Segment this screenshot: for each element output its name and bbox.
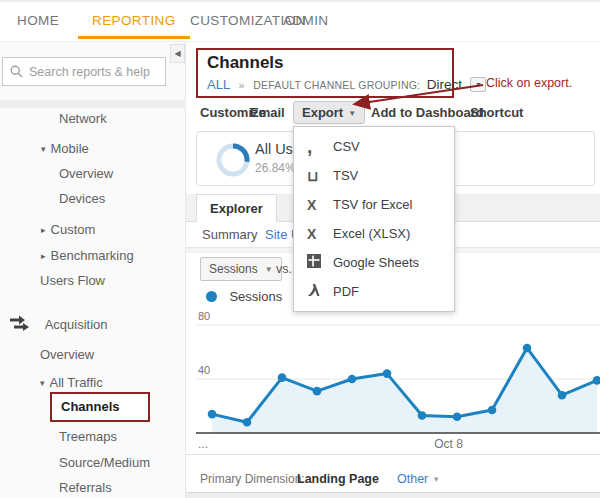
grouping-dropdown-button[interactable]: ▼ — [470, 77, 486, 92]
page-title: Channels — [207, 53, 452, 73]
chart-bottom-border — [186, 454, 600, 455]
report-toolbar: Customize Email Export▼ Add to Dashboard… — [186, 98, 600, 128]
breadcrumb-separator: » — [239, 79, 245, 91]
sidebar-item-channels[interactable]: Channels — [50, 392, 150, 422]
legend-label: Sessions — [229, 289, 282, 304]
sidebar-item-devices[interactable]: Devices — [59, 190, 105, 208]
channels-highlight-box: Channels — [50, 392, 150, 422]
sidebar-item-network[interactable]: Network — [59, 110, 107, 128]
primary-dimension-landing-page[interactable]: Landing Page — [297, 466, 379, 492]
sidebar-item-overview-acquisition[interactable]: Overview — [40, 346, 94, 364]
primary-dimension-other[interactable]: Other▼ — [397, 466, 440, 493]
chevron-down-icon: ▼ — [475, 81, 482, 88]
nav-tab-admin[interactable]: ADMIN — [283, 2, 329, 39]
pdf-icon — [307, 283, 333, 300]
svg-text:80: 80 — [198, 310, 210, 322]
chevron-down-icon: ▾ — [41, 144, 46, 154]
nav-tab-reporting[interactable]: REPORTING — [78, 2, 190, 39]
breadcrumb-all-link[interactable]: ALL — [207, 77, 230, 92]
csv-icon: , — [307, 142, 333, 152]
primary-dimension-label: Primary Dimension: — [200, 466, 305, 492]
export-menu-item-csv[interactable]: , CSV — [294, 132, 454, 161]
export-menu-item-excel-xlsx[interactable]: X Excel (XLSX) — [294, 219, 454, 248]
sidebar: Search reports & help ◀ Network ▾Mobile … — [0, 42, 186, 498]
sidebar-item-referrals[interactable]: Referrals — [59, 479, 112, 497]
excel-x-icon: X — [307, 197, 333, 213]
shortcut-button[interactable]: Shortcut — [470, 98, 523, 128]
export-button[interactable]: Export▼ — [293, 101, 365, 124]
google-sheets-icon — [307, 254, 333, 271]
bottom-divider — [186, 492, 600, 498]
sidebar-item-benchmarking[interactable]: ▸Benchmarking — [41, 247, 134, 265]
breadcrumb: ALL » DEFAULT CHANNEL GROUPING: Direct ▼ — [207, 75, 452, 93]
title-highlight-box: Channels ALL » DEFAULT CHANNEL GROUPING:… — [196, 48, 454, 98]
sidebar-item-mobile[interactable]: ▾Mobile — [41, 140, 89, 158]
segment-donut-chart — [215, 142, 251, 178]
email-button[interactable]: Email — [250, 98, 285, 128]
svg-text:...: ... — [198, 437, 208, 451]
chevron-down-icon: ▼ — [348, 109, 356, 118]
export-menu-item-tsv[interactable]: ⊔ TSV — [294, 161, 454, 190]
sessions-line-chart: 4080...Oct 8 — [196, 308, 600, 454]
breadcrumb-grouping-label: DEFAULT CHANNEL GROUPING: — [253, 79, 420, 91]
sidebar-item-custom[interactable]: ▸Custom — [41, 221, 95, 239]
sidebar-item-treemaps[interactable]: Treemaps — [59, 428, 117, 446]
tsv-icon: ⊔ — [307, 168, 333, 184]
sidebar-item-users-flow[interactable]: Users Flow — [40, 272, 105, 290]
sidebar-item-source-medium[interactable]: Source/Medium — [59, 454, 150, 472]
sidebar-item-all-traffic[interactable]: ▾All Traffic — [40, 374, 103, 392]
export-dropdown-menu: , CSV ⊔ TSV X TSV for Excel X Excel (XLS… — [293, 126, 455, 312]
sidebar-item-overview-mobile[interactable]: Overview — [59, 165, 113, 183]
top-navigation: HOME REPORTING CUSTOMIZATION ADMIN — [0, 2, 600, 42]
chevron-down-icon: ▼ — [432, 475, 440, 484]
chevron-right-icon: ▸ — [41, 251, 46, 261]
chart-legend: Sessions — [206, 288, 282, 304]
acquisition-icon — [8, 315, 32, 332]
add-to-dashboard-button[interactable]: Add to Dashboard — [371, 98, 484, 128]
export-menu-item-tsv-for-excel[interactable]: X TSV for Excel — [294, 190, 454, 219]
sidebar-item-acquisition[interactable]: Acquisition — [8, 315, 108, 333]
breadcrumb-grouping-value: Direct — [427, 77, 462, 92]
legend-dot-icon — [206, 291, 217, 302]
chevron-down-icon: ▼ — [265, 265, 273, 274]
export-menu-item-google-sheets[interactable]: Google Sheets — [294, 248, 454, 277]
svg-text:Oct 8: Oct 8 — [434, 437, 463, 451]
vs-label: vs. — [276, 262, 292, 276]
annotation-text: Click on export. — [486, 76, 572, 90]
subtab-summary[interactable]: Summary — [202, 222, 258, 247]
nav-tab-home[interactable]: HOME — [17, 2, 59, 39]
sessions-chart-area: 4080...Oct 8 — [196, 308, 600, 454]
chevron-down-icon: ▾ — [40, 378, 45, 388]
main-content: Channels ALL » DEFAULT CHANNEL GROUPING:… — [186, 42, 600, 498]
export-menu-item-pdf[interactable]: PDF — [294, 277, 454, 306]
primary-dimension-row: Primary Dimension: Landing Page Other▼ — [186, 466, 600, 492]
chevron-right-icon: ▸ — [41, 225, 46, 235]
metric-selector-sessions[interactable]: Sessions▼ — [200, 257, 282, 281]
tab-explorer[interactable]: Explorer — [196, 194, 277, 222]
svg-text:40: 40 — [198, 364, 210, 376]
excel-x-icon: X — [307, 226, 333, 242]
